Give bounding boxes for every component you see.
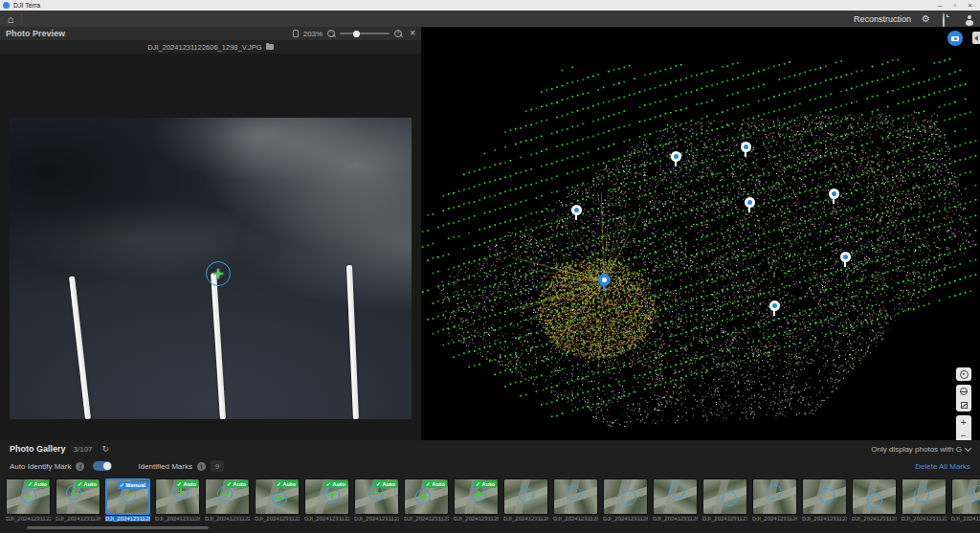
gcp-marker[interactable] — [745, 197, 755, 208]
gallery-thumbnail[interactable]: ✓ AutoDJI_20241231122... — [354, 478, 399, 524]
thumbnail-photo[interactable] — [553, 478, 598, 515]
reconstruction-3d-view[interactable]: + − — [421, 27, 980, 440]
thumb-mark-circle — [670, 482, 685, 498]
info-icon[interactable]: i — [197, 462, 206, 471]
thumbnail-photo[interactable] — [752, 478, 797, 515]
gallery-thumbnail[interactable]: DJI_20241231126... — [603, 478, 648, 524]
home-button[interactable]: ⌂ — [0, 11, 21, 27]
gallery-thumbnail[interactable]: ✓ AutoDJI_20241231122... — [304, 478, 349, 524]
thumbnail-scrollbar[interactable] — [27, 526, 209, 529]
auto-badge: ✓ Auto — [76, 480, 99, 488]
settings-gear-icon[interactable]: ⚙ — [922, 13, 932, 24]
pole-middle — [211, 273, 226, 419]
auto-badge: ✓ Auto — [225, 480, 248, 488]
fit-view-icon[interactable] — [293, 30, 299, 37]
photo-preview-header: Photo Preview 203% – + × — [0, 27, 421, 40]
open-folder-icon[interactable] — [266, 44, 274, 50]
gallery-thumbnail[interactable]: ✓ AutoDJI_20241231122... — [205, 478, 250, 524]
gcp-marker[interactable] — [571, 205, 582, 215]
thumbnail-photo[interactable] — [653, 478, 698, 515]
thumbnail-photo[interactable]: ✓ Auto — [404, 478, 449, 515]
gallery-thumbnail[interactable]: DJI_20241231121... — [902, 478, 947, 524]
gcp-marker[interactable] — [829, 189, 839, 199]
zoom-slider-knob[interactable] — [353, 31, 360, 37]
thumbnail-photo[interactable]: ✓ Auto — [304, 478, 349, 515]
auto-badge: ✓ Auto — [424, 480, 447, 488]
close-button[interactable]: × — [968, 2, 972, 10]
gallery-thumbnail[interactable]: DJI_20241231126... — [653, 478, 698, 524]
gallery-thumbnail[interactable]: ✓ AutoDJI_20241231122... — [6, 478, 51, 524]
chevron-down-icon — [965, 444, 971, 451]
gcp-marker-selected[interactable] — [598, 274, 611, 286]
thumbnail-photo[interactable]: ✓ Auto — [255, 478, 300, 515]
auto-identify-toggle[interactable] — [93, 461, 112, 471]
gallery-thumbnail[interactable]: DJI_2024123... — [951, 478, 980, 524]
zoom-in-button[interactable]: + — [956, 415, 971, 429]
gcp-mark-circle[interactable] — [206, 261, 231, 286]
zoom-slider[interactable] — [340, 33, 390, 34]
thumbnail-photo[interactable] — [702, 478, 747, 515]
photo-preview-viewport[interactable] — [0, 54, 421, 440]
maximize-button[interactable]: ▫ — [953, 2, 956, 10]
minimize-button[interactable]: – — [938, 2, 942, 10]
app-logo-icon — [3, 2, 10, 9]
gallery-thumbnail[interactable]: DJI_20241231121... — [802, 478, 847, 524]
thumbnail-photo[interactable]: ✓ Auto — [6, 478, 51, 515]
gcp-marker[interactable] — [671, 151, 681, 162]
gallery-thumbnail[interactable]: ✓ AutoDJI_20241231126... — [454, 478, 499, 524]
delete-all-marks-link[interactable]: Delete All Marks — [915, 462, 970, 471]
thumbnail-photo[interactable] — [902, 478, 947, 515]
gcp-marker[interactable] — [840, 252, 851, 262]
gallery-thumbnail[interactable]: DJI_20241231126... — [553, 478, 598, 524]
zoom-out-icon[interactable]: – — [327, 30, 335, 37]
expand-side-panel-handle[interactable] — [972, 32, 980, 44]
history-clock-icon[interactable] — [943, 13, 953, 24]
identified-marks-count: 9 — [211, 460, 224, 472]
gallery-thumbnail[interactable]: DJI_20241231126... — [503, 478, 548, 524]
gallery-thumbnail[interactable]: DJI_20241231126... — [752, 478, 797, 524]
preview-photo[interactable] — [10, 118, 412, 419]
thumbnail-photo[interactable] — [951, 478, 980, 515]
orbit-view-button[interactable] — [956, 367, 971, 381]
thumbnail-filename: DJI_20241231122... — [205, 516, 250, 522]
gallery-thumbnail[interactable]: ✓ AutoDJI_20241231126... — [155, 478, 200, 524]
thumbnail-photo[interactable]: ✓ Manual — [105, 478, 150, 515]
gallery-thumbnail[interactable]: ✓ AutoDJI_20241231122... — [404, 478, 449, 524]
thumbnail-filename: DJI_20241231122... — [354, 516, 399, 522]
gallery-thumbnail[interactable]: ✓ ManualDJI_20241231126... — [105, 478, 150, 524]
zoom-in-icon[interactable]: + — [394, 30, 402, 37]
pole-left — [69, 277, 91, 419]
zoom-out-button[interactable]: − — [956, 429, 971, 440]
thumbnail-photo[interactable]: ✓ Auto — [205, 478, 250, 515]
thumbnail-photo[interactable] — [503, 478, 548, 515]
thumbnail-photo[interactable]: ✓ Auto — [454, 478, 499, 515]
camera-view-button[interactable] — [947, 31, 963, 46]
gcp-marker[interactable] — [741, 142, 751, 152]
thumbnail-strip[interactable]: ✓ AutoDJI_20241231122...✓ AutoDJI_202412… — [0, 478, 980, 524]
thumbnail-photo[interactable]: ✓ Auto — [155, 478, 200, 515]
gcp-marker[interactable] — [769, 300, 780, 311]
gallery-thumbnail[interactable]: ✓ AutoDJI_20241231122... — [255, 478, 300, 524]
thumbnail-filename: DJI_20241231122... — [404, 516, 449, 522]
thumbnail-photo[interactable]: ✓ Auto — [56, 478, 100, 515]
close-preview-icon[interactable]: × — [407, 29, 415, 38]
main-toolbar: ⌂ Reconstruction ⚙ — [0, 11, 980, 27]
gallery-thumbnail[interactable]: DJI_20241231121... — [852, 478, 897, 524]
photo-filename: DJI_20241231122606_1298_V.JPG — [147, 43, 261, 52]
thumbnail-photo[interactable] — [802, 478, 847, 515]
globe-view-button[interactable] — [956, 385, 971, 398]
photo-filter-dropdown[interactable]: Only display photos with G — [871, 445, 970, 454]
user-avatar-icon[interactable] — [964, 13, 974, 24]
point-cloud-canvas[interactable] — [421, 27, 980, 440]
thumbnail-photo[interactable] — [603, 478, 648, 515]
refresh-icon[interactable]: ↻ — [102, 444, 110, 454]
photo-filename-bar: DJI_20241231122606_1298_V.JPG — [0, 40, 421, 54]
info-icon[interactable]: i — [76, 462, 84, 471]
camera-icon — [951, 36, 959, 41]
auto-identify-label: Auto Identify Mark — [10, 462, 71, 471]
thumbnail-photo[interactable]: ✓ Auto — [354, 478, 399, 515]
gallery-thumbnail[interactable]: ✓ AutoDJI_20241231126... — [56, 478, 100, 524]
thumbnail-photo[interactable] — [852, 478, 897, 515]
model-view-button[interactable] — [956, 398, 971, 411]
gallery-thumbnail[interactable]: DJI_20241231121... — [702, 478, 747, 524]
